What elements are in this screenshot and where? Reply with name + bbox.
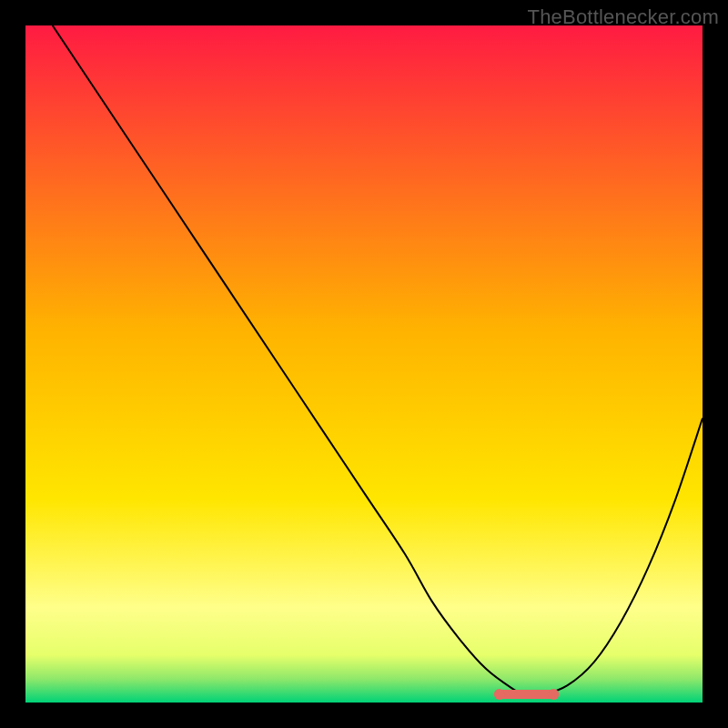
chart-container: TheBottlenecker.com <box>0 0 728 728</box>
gradient-background <box>25 25 703 703</box>
optimal-range-right <box>548 689 559 700</box>
optimal-range-markers <box>494 689 560 700</box>
optimal-range-left <box>494 689 505 700</box>
bottleneck-chart <box>25 25 703 703</box>
